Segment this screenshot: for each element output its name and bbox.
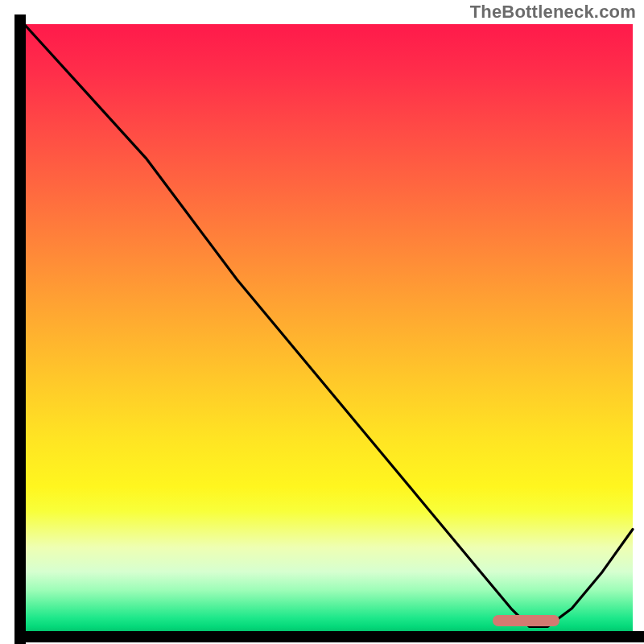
bottleneck-curve	[24, 24, 633, 626]
y-axis-line	[14, 14, 26, 644]
chart-canvas: TheBottleneck.com	[0, 0, 644, 644]
optimal-range-marker	[493, 615, 559, 626]
watermark-text: TheBottleneck.com	[470, 2, 636, 23]
curve-layer	[24, 24, 633, 633]
x-axis-line	[14, 631, 644, 642]
plot-area	[24, 24, 633, 633]
